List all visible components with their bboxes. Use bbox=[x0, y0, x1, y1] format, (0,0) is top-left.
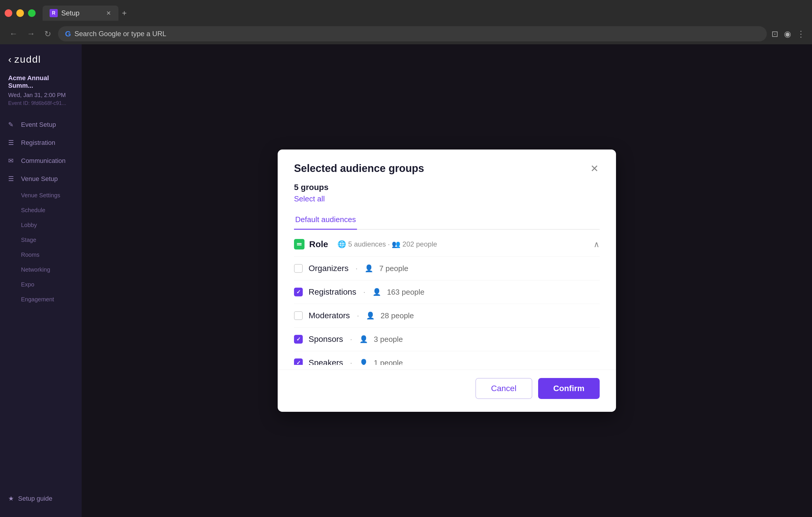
sidebar-item-event-setup[interactable]: ✎ Event Setup bbox=[0, 116, 82, 134]
sidebar-sub-stage[interactable]: Stage bbox=[0, 233, 82, 247]
sponsors-checkbox[interactable] bbox=[294, 335, 303, 343]
people-icon-organizers: 👤 bbox=[365, 264, 373, 273]
audience-name-organizers: Organizers bbox=[309, 264, 349, 273]
registration-icon: ☰ bbox=[8, 139, 16, 147]
address-bar-text: Search Google or type a URL bbox=[75, 30, 760, 38]
people-icon-speakers: 👤 bbox=[359, 359, 368, 365]
back-button[interactable]: ← bbox=[7, 28, 20, 40]
role-header-left: Role 🌐 5 audiences · 👥 202 people bbox=[294, 239, 437, 249]
reload-button[interactable]: ↻ bbox=[42, 28, 53, 40]
sidebar-setup-guide[interactable]: ★ Setup guide bbox=[0, 490, 82, 508]
moderators-checkbox[interactable] bbox=[294, 311, 303, 320]
globe-icon: 🌐 bbox=[338, 240, 346, 248]
sidebar-logo-text: zuddl bbox=[14, 54, 41, 65]
role-section: Role 🌐 5 audiences · 👥 202 people ∧ bbox=[294, 239, 600, 365]
menu-icon[interactable]: ⋮ bbox=[797, 29, 805, 39]
address-bar[interactable]: G Search Google or type a URL bbox=[58, 26, 767, 41]
modal-title: Selected audience groups bbox=[294, 162, 424, 175]
dot-sponsors: · bbox=[350, 335, 352, 344]
role-audiences-count: 🌐 5 audiences · 👥 202 people bbox=[338, 240, 437, 248]
modal-header: Selected audience groups ✕ bbox=[278, 150, 616, 175]
new-tab-button[interactable]: + bbox=[120, 6, 129, 20]
people-icon-registrations: 👤 bbox=[373, 288, 381, 296]
dot-moderators: · bbox=[357, 311, 359, 320]
sidebar-event-info: Acme Annual Summ... Wed, Jan 31, 2:00 PM… bbox=[0, 74, 82, 116]
content-area: Selected audience groups ✕ 5 groups Sele… bbox=[82, 44, 812, 517]
dot-registrations: · bbox=[363, 287, 365, 297]
profile-icon[interactable]: ◉ bbox=[784, 29, 791, 39]
audience-count-sponsors: 3 people bbox=[374, 335, 403, 344]
sidebar-event-id: Event ID: 9fd6b68f-c91... bbox=[8, 100, 74, 107]
main-area: ‹ zuddl Acme Annual Summ... Wed, Jan 31,… bbox=[0, 44, 812, 517]
svg-rect-1 bbox=[297, 244, 301, 245]
browser-icons: ⊡ ◉ ⋮ bbox=[772, 29, 805, 39]
sidebar-logo: ‹ zuddl bbox=[0, 54, 82, 74]
sidebar-item-communication[interactable]: ✉ Communication bbox=[0, 152, 82, 170]
tab-default-audiences[interactable]: Default audiences bbox=[294, 212, 357, 230]
fullscreen-traffic-light[interactable] bbox=[28, 9, 36, 17]
registrations-checkbox[interactable] bbox=[294, 287, 303, 296]
role-collapse-button[interactable]: ∧ bbox=[593, 240, 600, 249]
people-icon-role: 👥 bbox=[392, 240, 401, 248]
people-icon-sponsors: 👤 bbox=[359, 335, 368, 343]
close-traffic-light[interactable] bbox=[5, 9, 12, 17]
dot-speakers: · bbox=[350, 359, 352, 365]
tab-bar: R Setup ✕ + bbox=[0, 0, 812, 23]
audience-item-moderators: Moderators · 👤 28 people bbox=[294, 304, 600, 327]
event-setup-icon: ✎ bbox=[8, 121, 16, 128]
cancel-button[interactable]: Cancel bbox=[475, 378, 532, 399]
sidebar-sub-engagement[interactable]: Engagement bbox=[0, 292, 82, 307]
sidebar-event-date: Wed, Jan 31, 2:00 PM bbox=[8, 92, 74, 98]
minimize-traffic-light[interactable] bbox=[16, 9, 24, 17]
select-all-link[interactable]: Select all bbox=[294, 194, 325, 204]
confirm-button[interactable]: Confirm bbox=[538, 378, 600, 399]
venue-setup-icon: ☰ bbox=[8, 175, 16, 183]
people-icon-moderators: 👤 bbox=[366, 311, 375, 320]
sidebar-sub-rooms[interactable]: Rooms bbox=[0, 247, 82, 262]
audience-count-registrations: 163 people bbox=[387, 287, 425, 297]
communication-icon: ✉ bbox=[8, 157, 16, 165]
forward-button[interactable]: → bbox=[25, 28, 37, 40]
audience-name-sponsors: Sponsors bbox=[309, 335, 343, 344]
audience-item-sponsors: Sponsors · 👤 3 people bbox=[294, 327, 600, 351]
audience-name-speakers: Speakers bbox=[309, 358, 343, 365]
sidebar-item-label-venue-setup: Venue Setup bbox=[21, 175, 58, 183]
role-name: Role bbox=[309, 239, 328, 249]
audience-item-speakers: Speakers · 👤 1 people bbox=[294, 351, 600, 365]
audience-count-moderators: 28 people bbox=[381, 311, 414, 320]
audience-name-moderators: Moderators bbox=[309, 311, 350, 320]
sidebar-sub-venue-settings[interactable]: Venue Settings bbox=[0, 188, 82, 203]
tab-favicon: R bbox=[50, 9, 58, 17]
role-header: Role 🌐 5 audiences · 👥 202 people ∧ bbox=[294, 239, 600, 249]
modal-body: 5 groups Select all Default audiences bbox=[278, 175, 616, 365]
speakers-checkbox[interactable] bbox=[294, 359, 303, 365]
modal-tabs: Default audiences bbox=[294, 212, 600, 230]
modal-close-button[interactable]: ✕ bbox=[589, 162, 600, 175]
modal-footer: Cancel Confirm bbox=[278, 369, 616, 412]
audience-item-organizers: Organizers · 👤 7 people bbox=[294, 256, 600, 280]
active-tab[interactable]: R Setup ✕ bbox=[42, 5, 118, 21]
role-icon bbox=[294, 239, 304, 249]
modal: Selected audience groups ✕ 5 groups Sele… bbox=[278, 150, 616, 412]
sidebar-item-registration[interactable]: ☰ Registration bbox=[0, 134, 82, 152]
organizers-checkbox[interactable] bbox=[294, 264, 303, 273]
setup-guide-icon: ★ bbox=[8, 495, 14, 503]
traffic-lights bbox=[5, 9, 36, 17]
setup-guide-label: Setup guide bbox=[18, 495, 52, 503]
groups-count: 5 groups bbox=[294, 183, 600, 192]
sidebar-logo-arrow: ‹ bbox=[8, 54, 12, 65]
sidebar-sub-expo[interactable]: Expo bbox=[0, 277, 82, 292]
sidebar: ‹ zuddl Acme Annual Summ... Wed, Jan 31,… bbox=[0, 44, 82, 517]
sidebar-sub-networking[interactable]: Networking bbox=[0, 262, 82, 277]
audience-count-organizers: 7 people bbox=[379, 264, 408, 273]
sidebar-item-venue-setup[interactable]: ☰ Venue Setup bbox=[0, 170, 82, 188]
sidebar-sub-lobby[interactable]: Lobby bbox=[0, 218, 82, 233]
audience-count-speakers: 1 people bbox=[374, 359, 403, 365]
tab-label: Setup bbox=[61, 9, 80, 17]
tab-close-button[interactable]: ✕ bbox=[106, 10, 111, 16]
sidebar-sub-schedule[interactable]: Schedule bbox=[0, 203, 82, 218]
extensions-icon[interactable]: ⊡ bbox=[772, 29, 778, 39]
sidebar-item-label-registration: Registration bbox=[21, 139, 55, 147]
audience-name-registrations: Registrations bbox=[309, 287, 356, 297]
sidebar-event-name: Acme Annual Summ... bbox=[8, 74, 74, 89]
